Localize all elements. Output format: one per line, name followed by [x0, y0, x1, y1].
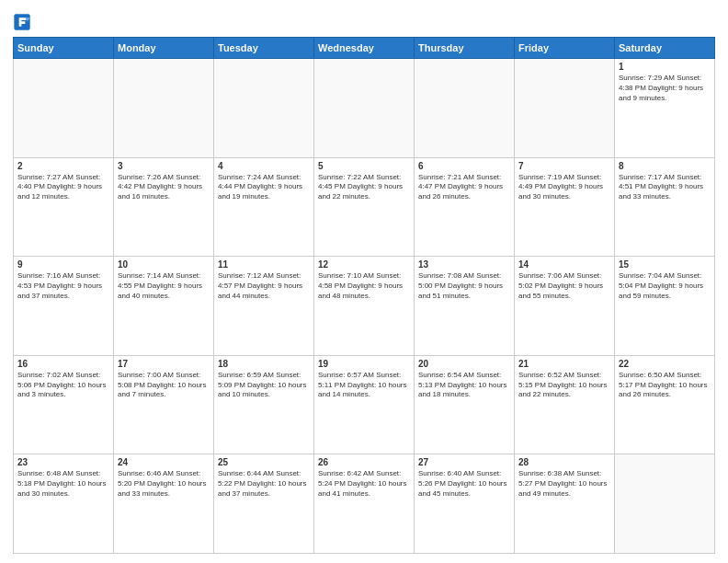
page: SundayMondayTuesdayWednesdayThursdayFrid…: [0, 0, 728, 563]
weekday-header-sunday: Sunday: [14, 38, 114, 59]
day-cell: 7Sunrise: 7:19 AM Sunset: 4:49 PM Daylig…: [515, 157, 615, 257]
day-cell: 2Sunrise: 7:27 AM Sunset: 4:40 PM Daylig…: [14, 157, 114, 257]
day-info: Sunrise: 6:40 AM Sunset: 5:26 PM Dayligh…: [418, 469, 510, 499]
day-cell: 6Sunrise: 7:21 AM Sunset: 4:47 PM Daylig…: [415, 157, 515, 257]
day-cell: 8Sunrise: 7:17 AM Sunset: 4:51 PM Daylig…: [615, 157, 715, 257]
day-cell: 10Sunrise: 7:14 AM Sunset: 4:55 PM Dayli…: [114, 257, 214, 356]
week-row-3: 16Sunrise: 7:02 AM Sunset: 5:06 PM Dayli…: [14, 355, 715, 454]
day-info: Sunrise: 7:21 AM Sunset: 4:47 PM Dayligh…: [418, 173, 510, 202]
logo-icon: [13, 13, 31, 31]
day-cell: [615, 454, 715, 554]
day-info: Sunrise: 7:00 AM Sunset: 5:08 PM Dayligh…: [118, 371, 210, 400]
calendar-table: SundayMondayTuesdayWednesdayThursdayFrid…: [13, 37, 715, 554]
day-info: Sunrise: 6:52 AM Sunset: 5:15 PM Dayligh…: [518, 371, 610, 400]
weekday-header-tuesday: Tuesday: [214, 38, 314, 59]
day-cell: 19Sunrise: 6:57 AM Sunset: 5:11 PM Dayli…: [314, 355, 415, 454]
day-cell: 25Sunrise: 6:44 AM Sunset: 5:22 PM Dayli…: [214, 454, 314, 554]
week-row-0: 1Sunrise: 7:29 AM Sunset: 4:38 PM Daylig…: [14, 59, 715, 158]
day-number: 4: [218, 161, 310, 171]
day-info: Sunrise: 7:12 AM Sunset: 4:57 PM Dayligh…: [218, 271, 310, 301]
day-number: 12: [318, 259, 410, 270]
weekday-header-thursday: Thursday: [415, 38, 515, 59]
day-cell: 13Sunrise: 7:08 AM Sunset: 5:00 PM Dayli…: [415, 257, 515, 356]
day-info: Sunrise: 7:16 AM Sunset: 4:53 PM Dayligh…: [17, 271, 109, 301]
day-info: Sunrise: 7:10 AM Sunset: 4:58 PM Dayligh…: [318, 271, 410, 301]
day-info: Sunrise: 7:17 AM Sunset: 4:51 PM Dayligh…: [619, 173, 711, 202]
day-number: 26: [318, 457, 410, 467]
day-number: 17: [118, 359, 210, 369]
day-number: 20: [418, 359, 510, 369]
week-row-4: 23Sunrise: 6:48 AM Sunset: 5:18 PM Dayli…: [14, 454, 715, 554]
day-info: Sunrise: 7:29 AM Sunset: 4:38 PM Dayligh…: [619, 74, 711, 103]
day-number: 5: [318, 161, 410, 171]
day-number: 14: [518, 259, 610, 270]
day-info: Sunrise: 7:14 AM Sunset: 4:55 PM Dayligh…: [118, 271, 210, 301]
day-number: 6: [418, 161, 510, 171]
day-cell: 24Sunrise: 6:46 AM Sunset: 5:20 PM Dayli…: [114, 454, 214, 554]
weekday-header-friday: Friday: [515, 38, 615, 59]
day-info: Sunrise: 6:38 AM Sunset: 5:27 PM Dayligh…: [518, 469, 610, 499]
week-row-1: 2Sunrise: 7:27 AM Sunset: 4:40 PM Daylig…: [14, 157, 715, 257]
day-info: Sunrise: 7:02 AM Sunset: 5:06 PM Dayligh…: [17, 371, 109, 400]
day-number: 24: [118, 457, 210, 467]
day-cell: 27Sunrise: 6:40 AM Sunset: 5:26 PM Dayli…: [415, 454, 515, 554]
day-cell: 1Sunrise: 7:29 AM Sunset: 4:38 PM Daylig…: [615, 59, 715, 158]
day-cell: 14Sunrise: 7:06 AM Sunset: 5:02 PM Dayli…: [515, 257, 615, 356]
day-number: 9: [17, 259, 109, 270]
day-cell: [415, 59, 515, 158]
day-info: Sunrise: 7:22 AM Sunset: 4:45 PM Dayligh…: [318, 173, 410, 202]
day-number: 2: [17, 161, 109, 171]
day-info: Sunrise: 6:48 AM Sunset: 5:18 PM Dayligh…: [17, 469, 109, 499]
day-info: Sunrise: 7:19 AM Sunset: 4:49 PM Dayligh…: [518, 173, 610, 202]
weekday-header-wednesday: Wednesday: [314, 38, 415, 59]
day-info: Sunrise: 6:46 AM Sunset: 5:20 PM Dayligh…: [118, 469, 210, 499]
day-number: 27: [418, 457, 510, 467]
day-info: Sunrise: 6:59 AM Sunset: 5:09 PM Dayligh…: [218, 371, 310, 400]
day-cell: 3Sunrise: 7:26 AM Sunset: 4:42 PM Daylig…: [114, 157, 214, 257]
day-number: 18: [218, 359, 310, 369]
day-cell: 26Sunrise: 6:42 AM Sunset: 5:24 PM Dayli…: [314, 454, 415, 554]
day-cell: [515, 59, 615, 158]
day-info: Sunrise: 6:50 AM Sunset: 5:17 PM Dayligh…: [619, 371, 711, 400]
weekday-header-saturday: Saturday: [615, 38, 715, 59]
day-info: Sunrise: 6:42 AM Sunset: 5:24 PM Dayligh…: [318, 469, 410, 499]
day-cell: 23Sunrise: 6:48 AM Sunset: 5:18 PM Dayli…: [14, 454, 114, 554]
day-cell: 9Sunrise: 7:16 AM Sunset: 4:53 PM Daylig…: [14, 257, 114, 356]
day-cell: 5Sunrise: 7:22 AM Sunset: 4:45 PM Daylig…: [314, 157, 415, 257]
day-info: Sunrise: 7:26 AM Sunset: 4:42 PM Dayligh…: [118, 173, 210, 202]
day-info: Sunrise: 7:04 AM Sunset: 5:04 PM Dayligh…: [619, 271, 711, 301]
day-number: 10: [118, 259, 210, 270]
logo: [13, 13, 35, 31]
week-row-2: 9Sunrise: 7:16 AM Sunset: 4:53 PM Daylig…: [14, 257, 715, 356]
day-number: 3: [118, 161, 210, 171]
weekday-header-row: SundayMondayTuesdayWednesdayThursdayFrid…: [14, 38, 715, 59]
day-number: 28: [518, 457, 610, 467]
day-info: Sunrise: 6:54 AM Sunset: 5:13 PM Dayligh…: [418, 371, 510, 400]
day-number: 8: [619, 161, 711, 171]
day-cell: 11Sunrise: 7:12 AM Sunset: 4:57 PM Dayli…: [214, 257, 314, 356]
day-number: 21: [518, 359, 610, 369]
day-cell: [114, 59, 214, 158]
day-info: Sunrise: 7:06 AM Sunset: 5:02 PM Dayligh…: [518, 271, 610, 301]
day-cell: 16Sunrise: 7:02 AM Sunset: 5:06 PM Dayli…: [14, 355, 114, 454]
day-info: Sunrise: 7:08 AM Sunset: 5:00 PM Dayligh…: [418, 271, 510, 301]
day-info: Sunrise: 6:44 AM Sunset: 5:22 PM Dayligh…: [218, 469, 310, 499]
day-number: 23: [17, 457, 109, 467]
day-cell: 28Sunrise: 6:38 AM Sunset: 5:27 PM Dayli…: [515, 454, 615, 554]
day-cell: 20Sunrise: 6:54 AM Sunset: 5:13 PM Dayli…: [415, 355, 515, 454]
day-number: 25: [218, 457, 310, 467]
day-info: Sunrise: 7:27 AM Sunset: 4:40 PM Dayligh…: [17, 173, 109, 202]
day-number: 22: [619, 359, 711, 369]
day-number: 7: [518, 161, 610, 171]
day-number: 16: [17, 359, 109, 369]
day-cell: 15Sunrise: 7:04 AM Sunset: 5:04 PM Dayli…: [615, 257, 715, 356]
day-number: 13: [418, 259, 510, 270]
weekday-header-monday: Monday: [114, 38, 214, 59]
day-number: 19: [318, 359, 410, 369]
day-cell: 18Sunrise: 6:59 AM Sunset: 5:09 PM Dayli…: [214, 355, 314, 454]
day-cell: [314, 59, 415, 158]
day-cell: 4Sunrise: 7:24 AM Sunset: 4:44 PM Daylig…: [214, 157, 314, 257]
day-cell: 21Sunrise: 6:52 AM Sunset: 5:15 PM Dayli…: [515, 355, 615, 454]
day-number: 15: [619, 259, 711, 270]
day-info: Sunrise: 7:24 AM Sunset: 4:44 PM Dayligh…: [218, 173, 310, 202]
